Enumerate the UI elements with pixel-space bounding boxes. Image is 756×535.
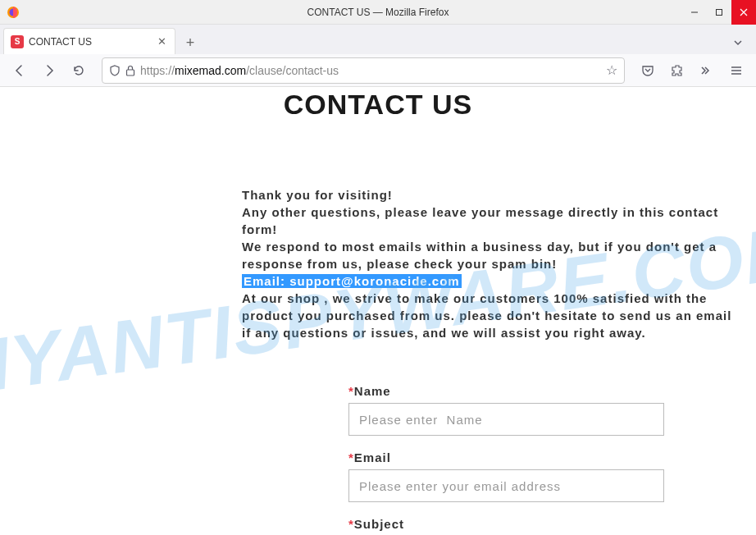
window-titlebar: CONTACT US — Mozilla Firefox [0,0,756,25]
maximize-button[interactable] [707,0,731,25]
overflow-button[interactable] [694,57,720,84]
lock-icon [125,65,135,76]
email-input[interactable] [348,469,664,502]
window-title: CONTACT US — Mozilla Firefox [307,7,449,18]
url-domain: mixemad.com [175,64,246,77]
tab-close-icon[interactable]: ✕ [156,35,168,48]
url-protocol: https:// [140,64,175,77]
name-input[interactable] [348,403,664,436]
url-bar[interactable]: https://mixemad.com/clause/contact-us ☆ [102,57,625,84]
shield-icon [109,65,121,76]
svg-rect-6 [127,70,134,75]
name-label: *Name [348,384,664,398]
browser-tab[interactable]: S CONTACT US ✕ [3,28,175,54]
page-heading: CONTACT US [16,89,740,121]
email-label: *Email [348,450,664,464]
reload-button[interactable] [66,57,92,84]
minimize-button[interactable] [682,0,707,25]
bookmark-star-icon[interactable]: ☆ [606,62,617,78]
subject-label: *Subject [348,517,664,531]
url-path: /clause/contact-us [246,64,339,77]
contact-p2: Any other questions, please leave your m… [242,203,740,238]
page-content: MYANTISPYWARE.COM CONTACT US Thank you f… [0,87,756,535]
url-text: https://mixemad.com/clause/contact-us [140,64,601,77]
close-button[interactable] [731,0,756,25]
nav-bar: https://mixemad.com/clause/contact-us ☆ [0,54,756,87]
menu-button[interactable] [723,57,749,84]
contact-p3: We respond to most emails within a busin… [242,238,740,272]
contact-form: *Name *Email *Subject [348,384,664,535]
tab-favicon: S [11,35,24,48]
window-controls [682,0,756,24]
back-button[interactable] [7,57,33,84]
forward-button[interactable] [36,57,62,84]
firefox-icon [7,6,20,19]
svg-rect-3 [717,10,722,16]
new-tab-button[interactable]: + [179,31,202,54]
contact-email-highlight: Email: support@koronacide.com [242,274,462,288]
contact-p1: Thank you for visiting! [242,186,740,203]
tabs-dropdown-button[interactable] [726,31,749,54]
pocket-button[interactable] [635,57,661,84]
contact-description: Thank you for visiting! Any other questi… [242,186,740,341]
tab-title: CONTACT US [29,36,151,48]
extensions-button[interactable] [664,57,690,84]
contact-p4: At our shop , we strive to make our cust… [242,290,740,341]
tab-bar: S CONTACT US ✕ + [0,25,756,54]
